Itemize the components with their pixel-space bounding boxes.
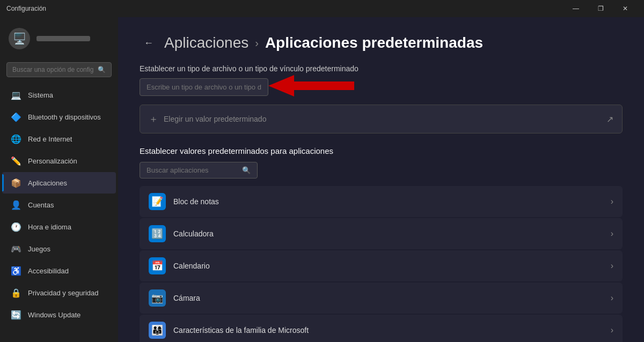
sidebar-label-personalizacion: Personalización [28, 157, 77, 165]
user-section: 🖥️ [0, 21, 118, 56]
sidebar-search-box[interactable]: 🔍 [6, 62, 112, 77]
user-name [36, 36, 90, 41]
chevron-right-calculator: › [611, 229, 613, 239]
search-icon: 🔍 [98, 66, 106, 73]
sidebar-item-aplicaciones[interactable]: 📦 Aplicaciones [2, 172, 116, 194]
sidebar-item-update[interactable]: 🔄 Windows Update [2, 304, 116, 325]
chevron-right-family: › [611, 325, 613, 335]
close-button[interactable]: ✕ [613, 0, 638, 17]
camera-icon: 📷 [149, 289, 166, 307]
app-item-family-left: 👨‍👩‍👧 Características de la familia de M… [149, 322, 309, 339]
sidebar-label-privacidad: Privacidad y seguridad [28, 289, 99, 297]
hora-icon: 🕐 [11, 221, 21, 232]
sidebar-item-red[interactable]: 🌐 Red e Internet [2, 128, 116, 150]
breadcrumb-separator: › [255, 37, 259, 49]
accesibilidad-icon: ♿ [11, 265, 21, 276]
avatar: 🖥️ [9, 28, 30, 49]
sidebar-item-privacidad[interactable]: 🔒 Privacidad y seguridad [2, 282, 116, 303]
sistema-icon: 💻 [11, 90, 21, 100]
red-arrow-icon [263, 75, 360, 96]
sidebar-label-hora: Hora e idioma [28, 223, 71, 231]
red-icon: 🌐 [11, 133, 21, 144]
choose-default-left: ＋ Elegir un valor predeterminado [149, 113, 266, 125]
app-name-camera: Cámara [173, 294, 200, 302]
sidebar-label-update: Windows Update [28, 311, 80, 319]
sidebar-item-juegos[interactable]: 🎮 Juegos [2, 238, 116, 259]
section2-label: Establecer valores predeterminados para … [140, 146, 623, 155]
update-icon: 🔄 [11, 309, 21, 320]
chevron-right-camera: › [611, 293, 613, 303]
main-container: 🖥️ 🔍 💻 Sistema 🔷 Bluetooth y dispositivo… [0, 17, 644, 342]
content-area: ← Aplicaciones › Aplicaciones predetermi… [118, 17, 644, 342]
arrow-annotation [263, 75, 360, 96]
titlebar-title: Configuración [6, 5, 564, 12]
app-item-calculator[interactable]: 🔢 Calculadora › [140, 218, 623, 249]
app-search-input[interactable] [147, 166, 238, 174]
notepad-icon: 📝 [149, 193, 166, 210]
app-item-calculator-left: 🔢 Calculadora [149, 225, 214, 242]
sidebar-label-cuentas: Cuentas [28, 201, 54, 209]
file-type-input[interactable] [140, 78, 268, 96]
family-icon: 👨‍👩‍👧 [149, 322, 166, 339]
sidebar-item-cuentas[interactable]: 👤 Cuentas [2, 194, 116, 215]
app-search-row[interactable]: 🔍 [140, 162, 258, 179]
external-link-icon: ↗ [606, 114, 613, 124]
titlebar-controls: — ❐ ✕ [564, 0, 638, 17]
sidebar-item-personalizacion[interactable]: ✏️ Personalización [2, 150, 116, 172]
restore-button[interactable]: ❐ [588, 0, 613, 17]
aplicaciones-icon: 📦 [11, 177, 21, 188]
app-name-notepad: Bloc de notas [173, 197, 219, 206]
app-item-camera[interactable]: 📷 Cámara › [140, 282, 623, 314]
sidebar-label-bluetooth: Bluetooth y dispositivos [28, 113, 101, 121]
nav-items: 💻 Sistema 🔷 Bluetooth y dispositivos 🌐 R… [0, 81, 118, 342]
personalizacion-icon: ✏️ [11, 155, 21, 166]
juegos-icon: 🎮 [11, 243, 21, 254]
privacidad-icon: 🔒 [11, 287, 21, 298]
app-item-family[interactable]: 👨‍👩‍👧 Características de la familia de M… [140, 315, 623, 342]
app-item-notepad-left: 📝 Bloc de notas [149, 193, 219, 210]
svg-marker-0 [268, 75, 354, 96]
app-name-calculator: Calculadora [173, 229, 214, 238]
app-list: 📝 Bloc de notas › 🔢 Calculadora › 📅 Cale… [140, 186, 623, 342]
sidebar-label-red: Red e Internet [28, 135, 72, 143]
chevron-right-calendar: › [611, 261, 613, 271]
app-item-calendar[interactable]: 📅 Calendario › [140, 250, 623, 281]
search-input[interactable] [12, 66, 93, 73]
calendar-icon: 📅 [149, 257, 166, 274]
choose-default-label: Elegir un valor predeterminado [164, 115, 266, 123]
choose-default-row[interactable]: ＋ Elegir un valor predeterminado ↗ [140, 105, 623, 133]
breadcrumb-parent: Aplicaciones [164, 34, 248, 51]
app-item-camera-left: 📷 Cámara [149, 289, 200, 307]
app-item-notepad[interactable]: 📝 Bloc de notas › [140, 186, 623, 217]
app-name-family: Características de la familia de Microso… [173, 326, 309, 334]
sidebar: 🖥️ 🔍 💻 Sistema 🔷 Bluetooth y dispositivo… [0, 17, 118, 342]
section1-label: Establecer un tipo de archivo o un tipo … [140, 64, 623, 73]
sidebar-item-sistema[interactable]: 💻 Sistema [2, 84, 116, 106]
sidebar-item-bluetooth[interactable]: 🔷 Bluetooth y dispositivos [2, 106, 116, 128]
plus-icon: ＋ [149, 113, 158, 125]
chevron-right-notepad: › [611, 197, 613, 206]
breadcrumb-current: Aplicaciones predeterminadas [265, 34, 483, 51]
sidebar-label-juegos: Juegos [28, 245, 50, 253]
titlebar: Configuración — ❐ ✕ [0, 0, 644, 17]
file-type-row [140, 78, 623, 96]
breadcrumb: ← Aplicaciones › Aplicaciones predetermi… [140, 34, 623, 51]
sidebar-label-aplicaciones: Aplicaciones [28, 179, 67, 187]
back-button[interactable]: ← [140, 35, 158, 51]
sidebar-item-accesibilidad[interactable]: ♿ Accesibilidad [2, 260, 116, 281]
minimize-button[interactable]: — [564, 0, 588, 17]
sidebar-label-accesibilidad: Accesibilidad [28, 267, 69, 275]
app-item-calendar-left: 📅 Calendario [149, 257, 210, 274]
calculator-icon: 🔢 [149, 225, 166, 242]
sidebar-item-hora[interactable]: 🕐 Hora e idioma [2, 216, 116, 237]
cuentas-icon: 👤 [11, 199, 21, 210]
sidebar-label-sistema: Sistema [28, 91, 53, 99]
bluetooth-icon: 🔷 [11, 111, 21, 122]
app-name-calendar: Calendario [173, 262, 210, 270]
app-search-icon: 🔍 [242, 166, 251, 174]
